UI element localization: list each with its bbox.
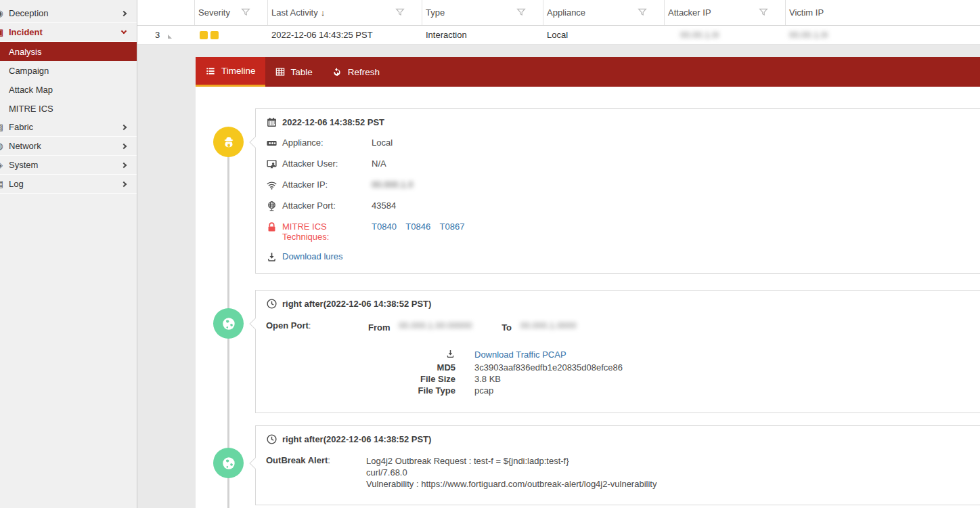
column-label: Appliance — [547, 7, 585, 18]
chevron-right-icon — [121, 144, 127, 149]
sidebar-item-system[interactable]: ◈ System — [0, 156, 137, 175]
clock-icon — [266, 433, 277, 445]
outbreak-alert-details: Log4j2 Outbreak Request : test-f = ${jnd… — [366, 455, 656, 490]
table-button-label: Table — [291, 67, 313, 77]
filter-icon[interactable] — [395, 7, 405, 18]
sidebar-item-fabric[interactable]: ▨ Fabric — [0, 118, 137, 137]
column-header-victim-ip[interactable]: Victim IP — [786, 0, 980, 25]
mitre-links: T0840 T0846 T0867 — [372, 221, 471, 232]
row-expand-cell[interactable]: 3 — [137, 26, 195, 44]
sidebar-item-analysis[interactable]: Analysis — [0, 42, 137, 61]
network-event-marker — [213, 448, 244, 478]
refresh-button[interactable]: Refresh — [322, 57, 389, 87]
severity-cell — [195, 26, 268, 44]
sidebar-item-label: Fabric — [9, 122, 33, 132]
severity-square-icon — [210, 31, 219, 39]
sidebar-item-attack-map[interactable]: Attack Map — [0, 80, 137, 99]
sidebar-item-log[interactable]: ▤ Log — [0, 175, 137, 194]
sidebar: ◉ Deception ▣ Incident Analysis Campaign… — [0, 0, 137, 508]
fabric-icon: ▨ — [0, 122, 5, 132]
alert-line-request: Log4j2 Outbreak Request : test-f = ${jnd… — [366, 456, 569, 466]
sidebar-item-label: Analysis — [9, 47, 41, 57]
sidebar-item-campaign[interactable]: Campaign — [0, 61, 137, 80]
type-cell: Interaction — [422, 26, 543, 44]
field-appliance: Appliance: Local — [266, 137, 980, 149]
column-label: Type — [426, 7, 445, 18]
download-traffic-pcap-link[interactable]: Download Traffic PCAP — [474, 349, 566, 362]
sidebar-item-deception[interactable]: ◉ Deception — [0, 4, 137, 23]
attacker-ip-cell: 00.00.1.00 — [665, 26, 786, 44]
calendar-icon — [266, 117, 277, 128]
event-timestamp: 2022-12-06 14:38:52 PST — [282, 117, 384, 127]
sidebar-item-network[interactable]: ◍ Network — [0, 137, 137, 156]
mitre-technique-link[interactable]: T0867 — [440, 221, 465, 232]
column-header-appliance[interactable]: Appliance — [543, 0, 665, 25]
filter-icon[interactable] — [516, 7, 527, 18]
open-port-label: Open Port: — [266, 320, 368, 331]
sidebar-item-incident[interactable]: ▣ Incident — [0, 23, 137, 42]
md5-row: MD5 3c3903aaf836edfb1e20835d08efce86 — [266, 362, 980, 373]
system-icon: ◈ — [0, 160, 5, 170]
outbreak-alert-label: OutBreak Alert: — [266, 455, 366, 465]
download-icon — [266, 349, 474, 362]
redacted-victim-ip: 00.00.1.000 — [789, 30, 828, 40]
row-expanded-icon[interactable] — [168, 35, 172, 39]
spy-icon — [221, 135, 236, 150]
column-label: Victim IP — [789, 7, 824, 18]
last-activity-cell: 2022-12-06 14:43:25 PST — [268, 26, 422, 44]
from-label: From — [368, 322, 391, 333]
sidebar-item-label: Campaign — [9, 66, 49, 76]
redacted-attacker-ip: 00.00.1.00 — [680, 30, 719, 40]
download-lures-link[interactable]: Download lures — [282, 251, 343, 261]
detail-toolbar: Timeline Table Refresh — [196, 57, 980, 87]
victim-ip-cell: 00.00.1.000 — [786, 26, 980, 44]
field-label: Appliance: — [282, 137, 372, 148]
column-label: Last Activity — [271, 7, 318, 18]
redacted-to-address: 00.000.1.0000 — [520, 320, 585, 331]
network-icon: ◍ — [0, 141, 5, 151]
column-header-attacker-ip[interactable]: Attacker IP — [665, 0, 786, 25]
sidebar-item-mitre-ics[interactable]: MITRE ICS — [0, 99, 137, 118]
incident-table-header: Severity Last Activity ↓ Type Appliance — [137, 0, 980, 26]
timeline-event-card-attacker: 2022-12-06 14:38:52 PST Appliance: Local… — [255, 108, 980, 274]
table-icon — [275, 66, 286, 77]
log-icon: ▤ — [0, 179, 5, 189]
pcap-download-row: Download Traffic PCAP — [266, 349, 980, 362]
timeline-view-button[interactable]: Timeline — [196, 57, 265, 87]
appliance-cell: Local — [543, 26, 665, 44]
open-port-row: Open Port: From 00.000.1.00:00000 To 00.… — [266, 320, 980, 333]
globe-stand-icon — [266, 200, 277, 212]
refresh-icon — [332, 66, 342, 77]
filter-icon[interactable] — [758, 7, 769, 18]
file-size-row: File Size 3.8 KB — [266, 373, 980, 385]
sidebar-item-label: MITRE ICS — [9, 104, 53, 114]
chevron-right-icon — [121, 125, 127, 130]
event-timestamp-header: 2022-12-06 14:38:52 PST — [266, 117, 980, 128]
timeline-button-label: Timeline — [221, 66, 256, 76]
sidebar-item-label: Network — [9, 141, 41, 151]
filter-icon[interactable] — [240, 7, 251, 18]
column-header-last-activity[interactable]: Last Activity ↓ — [268, 0, 422, 25]
outbreak-alert-row: OutBreak Alert: Log4j2 Outbreak Request … — [266, 455, 980, 490]
sidebar-item-label: System — [9, 160, 38, 170]
deception-icon: ◉ — [0, 8, 5, 18]
alert-line-agent: curl/7.68.0 — [366, 467, 407, 478]
timeline-panel: 2022-12-06 14:38:52 PST Appliance: Local… — [196, 87, 980, 508]
column-header-type[interactable]: Type — [422, 0, 543, 25]
column-header-expand — [137, 0, 195, 25]
mitre-technique-link[interactable]: T0846 — [405, 221, 430, 232]
column-header-severity[interactable]: Severity — [195, 0, 268, 25]
column-label: Attacker IP — [668, 7, 711, 18]
filter-icon[interactable] — [637, 7, 648, 18]
from-group: From 00.000.1.00:00000 — [368, 320, 472, 333]
alert-line-vulnerability: Vulnerability : https://www.fortiguard.c… — [366, 479, 656, 489]
mitre-technique-link[interactable]: T0840 — [372, 221, 397, 232]
incident-row[interactable]: 3 2022-12-06 14:43:25 PST Interaction Lo… — [137, 26, 980, 45]
row-number: 3 — [141, 30, 168, 40]
list-icon — [205, 66, 216, 77]
sort-descending-icon[interactable]: ↓ — [321, 7, 326, 18]
card-caret — [250, 318, 261, 330]
md5-label: MD5 — [266, 362, 474, 373]
table-view-button[interactable]: Table — [265, 57, 322, 87]
sidebar-item-label: Log — [9, 179, 24, 189]
